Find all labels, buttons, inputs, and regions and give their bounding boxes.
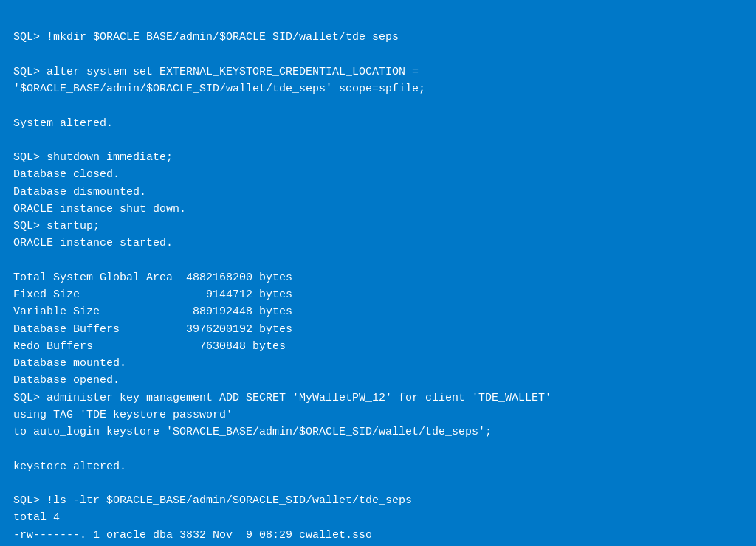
terminal-line: ORACLE instance started. xyxy=(13,235,743,252)
terminal-line: SQL> !mkdir $ORACLE_BASE/admin/$ORACLE_S… xyxy=(13,29,743,46)
terminal-line: keystore altered. xyxy=(13,458,743,475)
terminal-line xyxy=(13,132,743,149)
terminal-line: using TAG 'TDE keystore password' xyxy=(13,407,743,424)
terminal-line: Database Buffers 3976200192 bytes xyxy=(13,321,743,338)
terminal-line: SQL> alter system set EXTERNAL_KEYSTORE_… xyxy=(13,63,743,80)
terminal-line: '$ORACLE_BASE/admin/$ORACLE_SID/wallet/t… xyxy=(13,80,743,97)
terminal-line: to auto_login keystore '$ORACLE_BASE/adm… xyxy=(13,424,743,440)
terminal-line xyxy=(13,440,743,457)
terminal-line: Database opened. xyxy=(13,372,743,389)
terminal-line: System altered. xyxy=(13,115,743,132)
terminal-line: Redo Buffers 7630848 bytes xyxy=(13,338,743,355)
terminal-line xyxy=(13,46,743,63)
terminal-line: Variable Size 889192448 bytes xyxy=(13,303,743,320)
terminal-line: SQL> startup; xyxy=(13,218,743,235)
terminal-line xyxy=(13,252,743,269)
terminal-line: Total System Global Area 4882168200 byte… xyxy=(13,269,743,286)
terminal-line: SQL> !ls -ltr $ORACLE_BASE/admin/$ORACLE… xyxy=(13,492,743,509)
terminal-line: SQL> shutdown immediate; xyxy=(13,149,743,166)
terminal-line: SQL> administer key management ADD SECRE… xyxy=(13,390,743,407)
terminal-line: Database mounted. xyxy=(13,355,743,372)
terminal-window: SQL> !mkdir $ORACLE_BASE/admin/$ORACLE_S… xyxy=(0,0,756,546)
terminal-line: Database dismounted. xyxy=(13,184,743,201)
terminal-line: total 4 xyxy=(13,509,743,526)
terminal-line: ORACLE instance shut down. xyxy=(13,201,743,218)
terminal-line: Fixed Size 9144712 bytes xyxy=(13,286,743,303)
terminal-line: Database closed. xyxy=(13,166,743,183)
terminal-line xyxy=(13,475,743,492)
terminal-line xyxy=(13,97,743,114)
terminal-line: -rw-------. 1 oracle dba 3832 Nov 9 08:2… xyxy=(13,527,743,544)
